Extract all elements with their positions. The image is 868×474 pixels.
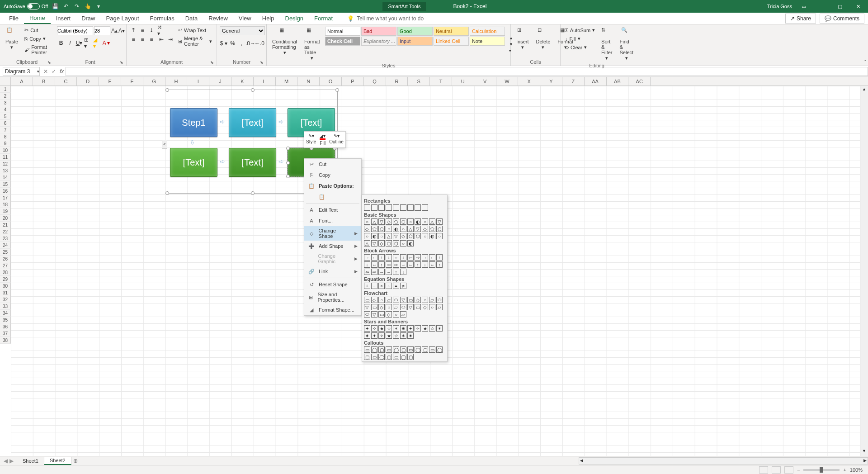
style-linked-cell[interactable]: Linked Cell bbox=[434, 37, 469, 46]
row-header[interactable]: 13 bbox=[0, 167, 11, 174]
font-launcher-icon[interactable]: ⬊ bbox=[120, 60, 123, 65]
shape-option[interactable]: ▽ bbox=[436, 218, 443, 225]
column-header[interactable]: Q bbox=[364, 77, 386, 85]
row-header[interactable]: 35 bbox=[0, 317, 11, 323]
row-header[interactable]: 7 bbox=[0, 127, 11, 133]
ribbon-display-icon[interactable]: ▭ bbox=[797, 2, 810, 11]
style-normal[interactable]: Normal bbox=[325, 27, 360, 36]
copy-button[interactable]: ⎘Copy ▾ bbox=[23, 35, 51, 43]
sheet-tab-2[interactable]: Sheet2 bbox=[44, 457, 71, 465]
column-header[interactable]: P bbox=[342, 77, 364, 85]
clipboard-launcher-icon[interactable]: ⬊ bbox=[47, 60, 51, 65]
align-center-icon[interactable]: ≡ bbox=[138, 35, 146, 43]
shape-option[interactable]: + bbox=[364, 283, 370, 289]
shape-option[interactable] bbox=[386, 204, 392, 211]
shape-option[interactable]: ✷ bbox=[400, 325, 406, 332]
smartart-box-5[interactable]: [Text] bbox=[229, 148, 276, 177]
style-check-cell[interactable]: Check Cell bbox=[325, 37, 360, 46]
tab-format[interactable]: Format bbox=[309, 13, 338, 24]
tab-draw[interactable]: Draw bbox=[76, 13, 100, 24]
shape-option[interactable]: ⇦ bbox=[364, 269, 370, 275]
tab-home[interactable]: Home bbox=[24, 13, 51, 24]
shape-option[interactable]: ○ bbox=[364, 218, 370, 225]
sort-filter-button[interactable]: ⇅Sort & Filter ▾ bbox=[599, 26, 615, 62]
column-header[interactable]: B bbox=[33, 77, 55, 85]
tab-design[interactable]: Design bbox=[280, 13, 309, 24]
column-header[interactable]: L bbox=[254, 77, 276, 85]
row-header[interactable]: 33 bbox=[0, 303, 11, 310]
shape-option[interactable]: ⬡ bbox=[436, 226, 443, 232]
collapse-ribbon-icon[interactable]: ˆ bbox=[864, 60, 866, 66]
row-header[interactable]: 6 bbox=[0, 120, 11, 127]
shape-option[interactable]: ↑ bbox=[415, 261, 421, 268]
tab-page-layout[interactable]: Page Layout bbox=[101, 13, 145, 24]
delete-cells-button[interactable]: ⊟Delete ▾ bbox=[533, 26, 553, 58]
shape-option[interactable]: ▽ bbox=[407, 304, 414, 310]
enter-formula-icon[interactable]: ✓ bbox=[52, 68, 56, 75]
column-header[interactable]: F bbox=[121, 77, 143, 85]
decrease-decimal-icon[interactable]: ←.0 bbox=[255, 39, 264, 48]
shape-option[interactable]: ↓ bbox=[364, 261, 370, 268]
row-header[interactable]: 11 bbox=[0, 154, 11, 161]
cut-button[interactable]: ✂Cut bbox=[23, 26, 51, 34]
column-header[interactable]: AC bbox=[628, 77, 651, 85]
format-painter-button[interactable]: 🖌Format Painter bbox=[23, 43, 51, 56]
shape-option[interactable]: − bbox=[371, 283, 377, 289]
row-header[interactable]: 31 bbox=[0, 289, 11, 296]
tell-me-search[interactable]: 💡 Tell me what you want to do bbox=[347, 15, 424, 22]
shape-option[interactable]: ◐ bbox=[415, 218, 421, 225]
shape-option[interactable]: ▢ bbox=[407, 354, 414, 360]
shape-option[interactable]: ▭ bbox=[364, 346, 370, 353]
column-header[interactable]: I bbox=[187, 77, 209, 85]
name-box[interactable]: Diagram 3 ▾ bbox=[3, 67, 40, 76]
minimize-icon[interactable]: — bbox=[816, 2, 828, 11]
shape-option[interactable] bbox=[393, 204, 399, 211]
fill-button[interactable]: ↓Fill ▾ bbox=[563, 35, 597, 43]
shape-option[interactable]: ⇨ bbox=[371, 269, 377, 275]
autosum-button[interactable]: ΣAutoSum ▾ bbox=[563, 26, 597, 34]
add-sheet-button[interactable]: ⊕ bbox=[71, 458, 80, 464]
row-header[interactable]: 28 bbox=[0, 269, 11, 276]
shape-option[interactable]: ✶ bbox=[393, 325, 399, 332]
number-launcher-icon[interactable]: ⬊ bbox=[260, 60, 264, 65]
shape-option[interactable]: ○ bbox=[393, 311, 399, 318]
shape-option[interactable]: ◯ bbox=[371, 346, 377, 353]
page-layout-view-icon[interactable] bbox=[772, 466, 781, 474]
shape-option[interactable]: ▱ bbox=[429, 297, 435, 303]
shape-option[interactable]: △ bbox=[407, 226, 414, 232]
shape-option[interactable]: ⬡ bbox=[400, 218, 406, 225]
shape-option[interactable]: ▽ bbox=[371, 240, 377, 246]
row-header[interactable]: 12 bbox=[0, 161, 11, 167]
shape-option[interactable]: ↑ bbox=[436, 254, 443, 261]
column-header[interactable]: K bbox=[231, 77, 254, 85]
column-header[interactable]: R bbox=[386, 77, 408, 85]
shape-option[interactable]: ◇ bbox=[422, 226, 428, 232]
tab-review[interactable]: Review bbox=[203, 13, 233, 24]
share-button[interactable]: ↗Share bbox=[785, 14, 816, 24]
shape-option[interactable]: ⇨ bbox=[393, 261, 399, 268]
shape-option[interactable]: ↕ bbox=[378, 261, 385, 268]
column-header[interactable]: O bbox=[320, 77, 342, 85]
row-header[interactable]: 27 bbox=[0, 262, 11, 269]
style-good[interactable]: Good bbox=[397, 27, 433, 36]
ctx-edit-text[interactable]: AEdit Text bbox=[304, 204, 361, 215]
sheet-nav-prev-icon[interactable]: ◀ bbox=[4, 458, 8, 464]
ctx-add-shape[interactable]: ➕Add Shape▶ bbox=[304, 241, 361, 251]
shape-option[interactable]: = bbox=[393, 283, 399, 289]
mini-style-button[interactable]: ✎▾Style bbox=[306, 133, 316, 146]
shape-option[interactable]: △ bbox=[386, 233, 392, 239]
shape-option[interactable]: ☆ bbox=[393, 332, 399, 339]
shape-option[interactable]: ⇨ bbox=[415, 254, 421, 261]
shape-option[interactable]: ◇ bbox=[386, 311, 392, 318]
smartart-box-2[interactable]: [Text] bbox=[229, 108, 276, 137]
tab-help[interactable]: Help bbox=[257, 13, 280, 24]
decrease-indent-icon[interactable]: ⇤ bbox=[157, 35, 165, 43]
shape-option[interactable]: ← bbox=[429, 254, 435, 261]
shape-option[interactable]: △ bbox=[371, 218, 377, 225]
shrink-font-icon[interactable]: A▾ bbox=[118, 26, 125, 35]
number-format-select[interactable]: General bbox=[220, 26, 265, 35]
increase-decimal-icon[interactable]: .0→ bbox=[246, 39, 255, 48]
tab-insert[interactable]: Insert bbox=[51, 13, 76, 24]
shape-option[interactable]: → bbox=[364, 254, 370, 261]
shape-option[interactable]: ▱ bbox=[400, 311, 406, 318]
